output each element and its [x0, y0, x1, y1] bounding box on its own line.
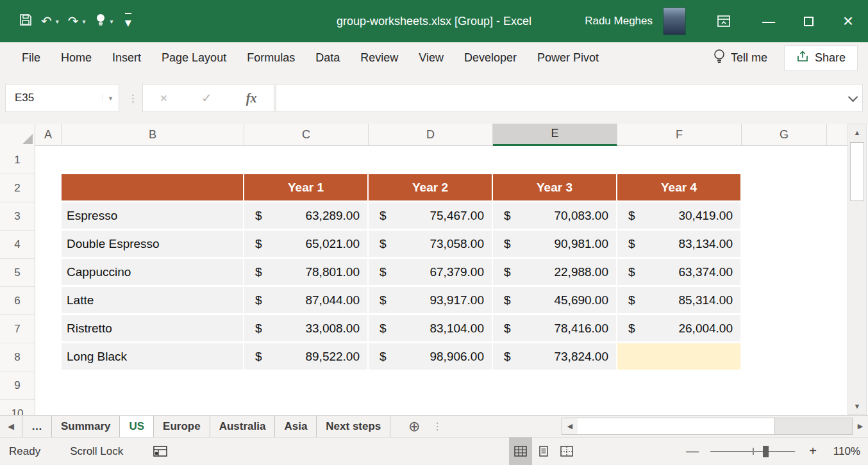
money-cell[interactable]: $78,416.00 [493, 315, 616, 341]
highlighted-empty-cell[interactable] [617, 343, 740, 370]
row-header-10[interactable]: 10 [0, 400, 35, 415]
zoom-in-icon[interactable]: + [806, 444, 819, 459]
row-header-4[interactable]: 4 [0, 231, 35, 259]
horizontal-scroll-track[interactable] [578, 418, 852, 434]
new-sheet-icon[interactable]: ⊕ [399, 416, 429, 437]
user-avatar[interactable] [663, 7, 686, 35]
undo-icon[interactable]: ↶ [41, 13, 52, 29]
sheet-tab-europe[interactable]: Europe [154, 416, 210, 437]
ribbon-display-options-icon[interactable] [704, 0, 744, 42]
sheet-tab-summary[interactable]: Summary [52, 416, 120, 437]
zoom-out-icon[interactable]: — [686, 444, 699, 459]
money-cell[interactable]: $65,021.00 [244, 231, 367, 257]
minimize-button[interactable]: — [749, 0, 789, 42]
tab-review[interactable]: Review [350, 42, 408, 74]
table-header-year3[interactable]: Year 3 [493, 174, 616, 200]
row-label-cell[interactable]: Long Black [62, 343, 243, 370]
zoom-level[interactable]: 110% [831, 445, 860, 458]
tell-me-box[interactable]: Tell me [714, 49, 767, 67]
row-label-cell[interactable]: Espresso [62, 202, 243, 229]
expand-formula-bar-icon[interactable] [840, 95, 862, 102]
column-header-c[interactable]: C [244, 124, 369, 146]
money-cell[interactable]: $45,690.00 [493, 287, 616, 313]
customize-qat-icon[interactable]: ▾ [125, 13, 131, 30]
money-cell[interactable]: $63,289.00 [244, 202, 367, 229]
page-break-preview-icon[interactable] [555, 437, 578, 465]
tab-page-layout[interactable]: Page Layout [151, 42, 237, 74]
enter-check-icon[interactable]: ✓ [201, 90, 212, 106]
undo-dropdown-icon[interactable]: ▾ [56, 18, 59, 25]
sheet-tab-australia[interactable]: Australia [210, 416, 276, 437]
row-header-9[interactable]: 9 [0, 371, 35, 400]
tab-bar-options-icon[interactable]: ⋮ [429, 416, 446, 437]
vertical-scrollbar[interactable]: ▲ ▼ [847, 124, 867, 415]
table-header-blank-cell[interactable] [62, 174, 243, 200]
row-header-5[interactable]: 5 [0, 259, 35, 287]
money-cell[interactable]: $90,981.00 [493, 231, 616, 257]
money-cell[interactable]: $83,104.00 [369, 315, 492, 341]
formula-bar-grip-icon[interactable]: ⋮ [126, 84, 141, 112]
row-header-8[interactable]: 8 [0, 343, 35, 371]
money-cell[interactable]: $85,314.00 [617, 287, 740, 313]
column-header-e[interactable]: E [493, 124, 617, 146]
normal-view-icon[interactable] [509, 437, 532, 465]
money-cell[interactable]: $70,083.00 [493, 202, 616, 229]
tab-view[interactable]: View [408, 42, 454, 74]
money-cell[interactable]: $75,467.00 [369, 202, 492, 229]
account-user-name[interactable]: Radu Meghes [585, 15, 653, 28]
sheet-tab-overflow[interactable]: … [22, 416, 52, 437]
row-header-7[interactable]: 7 [0, 315, 35, 343]
scroll-right-icon[interactable]: ▶ [853, 418, 868, 435]
money-cell[interactable]: $73,058.00 [369, 231, 492, 257]
row-label-cell[interactable]: Ristretto [62, 315, 243, 341]
vertical-scroll-thumb[interactable] [850, 142, 864, 201]
ideas-lightbulb-icon[interactable] [95, 13, 106, 30]
maximize-button[interactable] [789, 0, 828, 42]
select-all-corner[interactable] [0, 124, 35, 146]
scroll-down-icon[interactable]: ▼ [848, 398, 866, 414]
page-layout-view-icon[interactable] [532, 437, 555, 465]
row-label-cell[interactable]: Latte [62, 287, 243, 313]
money-cell[interactable]: $33,008.00 [244, 315, 367, 341]
row-label-cell[interactable]: Cappuccino [62, 259, 243, 285]
money-cell[interactable]: $73,824.00 [493, 343, 616, 370]
money-cell[interactable]: $63,374.00 [617, 259, 740, 285]
column-header-g[interactable]: G [742, 124, 827, 146]
money-cell[interactable]: $30,419.00 [617, 202, 740, 229]
table-header-year2[interactable]: Year 2 [369, 174, 492, 200]
tab-power-pivot[interactable]: Power Pivot [527, 42, 609, 74]
column-header-b[interactable]: B [62, 124, 244, 146]
zoom-slider-thumb[interactable] [763, 446, 769, 457]
table-header-year1[interactable]: Year 1 [244, 174, 367, 200]
money-cell[interactable]: $83,134.00 [617, 231, 740, 257]
money-cell[interactable]: $98,906.00 [369, 343, 492, 370]
money-cell[interactable]: $22,988.00 [493, 259, 616, 285]
money-cell[interactable]: $89,522.00 [244, 343, 367, 370]
insert-function-icon[interactable]: fx [246, 91, 257, 106]
scroll-left-icon[interactable]: ◀ [562, 418, 578, 434]
column-header-f[interactable]: F [617, 124, 742, 146]
close-button[interactable]: × [828, 0, 868, 42]
cancel-icon[interactable]: × [160, 91, 167, 106]
tab-data[interactable]: Data [305, 42, 350, 74]
row-header-2[interactable]: 2 [0, 174, 35, 202]
name-box-dropdown-icon[interactable]: ▾ [102, 94, 119, 102]
redo-dropdown-icon[interactable]: ▾ [83, 18, 86, 25]
table-header-year4[interactable]: Year 4 [617, 174, 740, 200]
name-box[interactable]: E35 ▾ [5, 84, 119, 112]
redo-icon[interactable]: ↷ [68, 13, 79, 29]
sheet-nav-left-icon[interactable]: ◀ [0, 416, 22, 437]
tab-file[interactable]: File [12, 42, 51, 74]
tab-formulas[interactable]: Formulas [237, 42, 305, 74]
row-header-1[interactable]: 1 [0, 146, 35, 174]
zoom-slider[interactable] [710, 437, 795, 465]
ideas-dropdown-icon[interactable]: ▾ [110, 18, 113, 25]
tab-developer[interactable]: Developer [454, 42, 527, 74]
sheet-tab-asia[interactable]: Asia [275, 416, 317, 437]
sheet-tab-us[interactable]: US [120, 416, 154, 437]
horizontal-scrollbar[interactable]: ◀ [562, 418, 853, 435]
row-label-cell[interactable]: Double Espresso [62, 231, 243, 257]
macro-record-icon[interactable] [153, 445, 168, 458]
tab-insert[interactable]: Insert [102, 42, 151, 74]
horizontal-scroll-thumb[interactable] [578, 418, 775, 434]
